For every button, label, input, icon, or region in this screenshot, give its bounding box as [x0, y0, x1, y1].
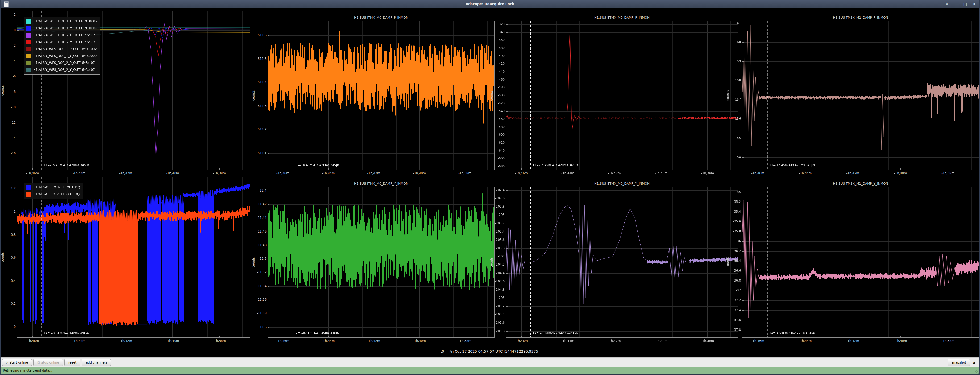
y-tick-label: -204.4	[491, 271, 504, 275]
y-tick-label: -660	[491, 156, 504, 160]
y-tick-label: -340	[491, 30, 504, 34]
x-tick-label: -1h,40m	[648, 339, 675, 343]
legend-item[interactable]: H1:ALS-Y_WFS_DOF_1_Y_OUT16*0.0002	[26, 53, 97, 59]
y-tick-label: -203.4	[491, 230, 504, 233]
y-tick-label: -10	[2, 105, 16, 109]
y-tick-label: 511.2	[253, 128, 267, 131]
legend-label: H1:ALS-Y_WFS_DOF_2_P_OUT16*3e-07	[33, 61, 95, 65]
y-tick-label: -2	[2, 44, 16, 47]
x-tick-label: -1h,42m	[113, 171, 139, 175]
y-tick-label: -320	[491, 22, 504, 26]
toolbar: ▷ start online □ stop online reset add c…	[1, 357, 979, 367]
y-tick-label: -12	[2, 121, 16, 124]
minimize-icon[interactable]: −	[954, 2, 958, 6]
x-tick-label: -1h,38m	[206, 339, 233, 343]
x-tick-label: -1h,40m	[406, 339, 433, 343]
legend[interactable]: H1:ALS-C_TRX_A_LF_OUT_DQH1:ALS-C_TRY_A_L…	[24, 183, 83, 199]
reset-button[interactable]: reset	[64, 359, 80, 366]
plot-title: H1:SUS-ETMX_M0_DAMP_P_INMON	[542, 16, 702, 19]
snapshot-button[interactable]: snapshot	[948, 359, 970, 366]
t1-cursor-label: T1=-1h,45m,41s,420ms,345µs	[533, 331, 578, 335]
x-tick-label: -1h,42m	[601, 339, 628, 343]
y-tick-label: -460	[491, 78, 504, 81]
y-tick-label: 161	[727, 21, 741, 25]
x-tick-label: -1h,46m	[745, 339, 771, 343]
y-tick-label: 157	[727, 98, 741, 101]
legend-item[interactable]: H1:ALS-X_WFS_DOF_2_P_OUT16*3e-07	[26, 32, 97, 38]
legend-swatch	[26, 192, 31, 197]
shade-icon[interactable]: ∧	[945, 2, 950, 6]
y-tick-label: -36.8	[727, 279, 741, 282]
x-tick-label: -1h,40m	[887, 171, 914, 175]
resize-grip[interactable]	[975, 370, 979, 374]
legend-swatch	[26, 68, 31, 72]
stop-online-button: □ stop online	[33, 359, 63, 366]
window-title: ndscope: Reacquire Lock	[1, 2, 979, 6]
x-tick-label: -1h,38m	[694, 339, 721, 343]
legend-item[interactable]: H1:ALS-Y_WFS_DOF_1_P_OUT16*0.0002	[26, 46, 97, 53]
x-tick-label: -1h,46m	[269, 171, 296, 175]
y-tick-label: -360	[491, 38, 504, 42]
x-tick-label: -1h,38m	[452, 171, 478, 175]
legend-label: H1:ALS-Y_WFS_DOF_1_Y_OUT16*0.0002	[33, 54, 97, 58]
y-tick-label: 511.3	[253, 104, 267, 108]
x-tick-label: -1h,46m	[508, 339, 535, 343]
y-tick-label: -11.44	[253, 216, 267, 220]
legend-item[interactable]: H1:ALS-Y_WFS_DOF_2_P_OUT16*3e-07	[26, 59, 97, 66]
plot-canvas[interactable]	[268, 187, 494, 337]
y-tick-label: 0.8	[2, 233, 16, 236]
legend-label: H1:ALS-C_TRY_A_LF_OUT_DQ	[33, 192, 80, 196]
x-tick-label: -1h,42m	[360, 171, 387, 175]
y-tick-label: 158	[727, 78, 741, 82]
legend-item[interactable]: H1:ALS-C_TRY_A_LF_OUT_DQ	[26, 191, 80, 198]
x-tick-label: -1h,42m	[840, 339, 866, 343]
legend[interactable]: H1:ALS-X_WFS_DOF_1_P_OUT16*0.0002H1:ALS-…	[24, 16, 100, 75]
x-tick-label: -1h,46m	[269, 339, 296, 343]
y-tick-label: -203.8	[491, 246, 504, 250]
legend-item[interactable]: H1:ALS-X_WFS_DOF_1_Y_OUT16*0.0002	[26, 25, 97, 32]
y-tick-label: -11.48	[253, 243, 267, 247]
x-tick-label: -1h,42m	[601, 171, 628, 175]
snapshot-label: snapshot	[951, 361, 966, 364]
x-tick-label: -1h,38m	[452, 339, 478, 343]
y-tick-label: -203.2	[491, 222, 504, 225]
x-tick-label: -1h,42m	[360, 339, 387, 343]
y-tick-label: -204.8	[491, 288, 504, 291]
legend-swatch	[26, 26, 31, 30]
legend-label: H1:ALS-X_WFS_DOF_2_Y_OUT16*3e-07	[33, 40, 95, 44]
x-tick-label: -1h,40m	[887, 339, 914, 343]
legend-item[interactable]: H1:ALS-C_TRX_A_LF_OUT_DQ	[26, 184, 80, 191]
plot-canvas[interactable]	[506, 21, 738, 170]
x-tick-label: -1h,38m	[935, 339, 961, 343]
y-tick-label: -205	[491, 296, 504, 300]
close-icon[interactable]: ×	[972, 2, 977, 6]
status-bar: Retrieving minute trend data...	[1, 367, 979, 375]
y-tick-label: -37.2	[727, 298, 741, 302]
x-tick-label: -1h,40m	[159, 339, 186, 343]
legend-item[interactable]: H1:ALS-X_WFS_DOF_1_P_OUT16*0.0002	[26, 18, 97, 25]
plot-canvas[interactable]	[506, 187, 738, 337]
title-bar[interactable]: ndscope: Reacquire Lock ∧ − □ ×	[1, 0, 979, 8]
y-tick-label: -600	[491, 133, 504, 137]
snapshot-menu-arrow-icon[interactable]: ▲	[973, 361, 975, 364]
y-tick-label: -37.4	[727, 308, 741, 312]
legend-item[interactable]: H1:ALS-Y_WFS_DOF_2_Y_OUT16*3e-07	[26, 66, 97, 73]
legend-swatch	[26, 33, 31, 38]
y-tick-label: -640	[491, 149, 504, 153]
y-tick-label: -204.2	[491, 263, 504, 266]
y-tick-label: 0	[2, 28, 16, 32]
y-tick-label: -37.6	[727, 318, 741, 322]
plot-canvas[interactable]	[743, 21, 979, 170]
y-tick-label: -11.54	[253, 284, 267, 288]
y-tick-label: -540	[491, 109, 504, 113]
legend-swatch	[26, 185, 31, 190]
plot-canvas[interactable]	[17, 177, 250, 337]
y-tick-label: -36.4	[727, 259, 741, 263]
plot-canvas[interactable]	[268, 21, 494, 170]
plot-canvas[interactable]	[743, 187, 979, 337]
y-tick-label: 511.6	[253, 33, 267, 37]
add-channels-button[interactable]: add channels	[82, 359, 111, 366]
maximize-icon[interactable]: □	[963, 2, 967, 6]
start-online-button[interactable]: ▷ start online	[2, 359, 32, 366]
legend-item[interactable]: H1:ALS-X_WFS_DOF_2_Y_OUT16*3e-07	[26, 38, 97, 46]
